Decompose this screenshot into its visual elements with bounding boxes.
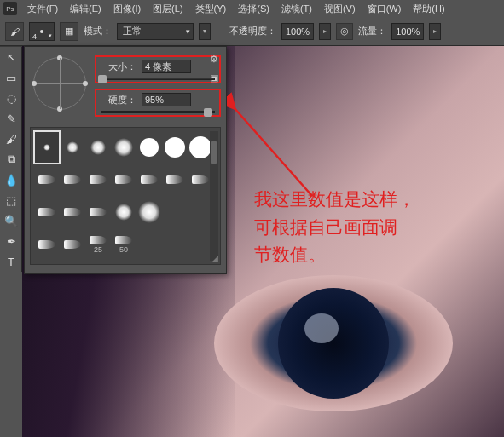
size-label: 大小： [101, 60, 136, 73]
tablet-opacity-icon[interactable]: ◎ [336, 23, 353, 40]
brush-preset-cell[interactable] [111, 164, 136, 196]
brush-size-num: 4 [32, 32, 37, 41]
menu-help[interactable]: 帮助(H) [408, 1, 449, 17]
brush-preset-cell[interactable] [60, 196, 85, 228]
size-slider[interactable] [101, 78, 215, 80]
brush-preset-cell[interactable] [162, 164, 188, 196]
annotation-line2: 可根据自己画面调 [254, 214, 450, 242]
brush-preset-cell[interactable] [136, 131, 162, 164]
tool-move[interactable]: ↖ [0, 47, 22, 67]
brush-preset-cell[interactable] [136, 196, 162, 228]
panel-flyout-icon[interactable]: ⚙ [207, 52, 221, 66]
brush-preset-cell[interactable] [162, 131, 188, 164]
brush-preset-cell[interactable] [85, 164, 111, 196]
hardness-highlight-box: 硬度： [95, 89, 221, 117]
brush-preset-cell[interactable] [136, 228, 162, 261]
annotation-line3: 节数值。 [254, 241, 450, 269]
opacity-field[interactable]: 100% [281, 23, 314, 40]
toolbox: ↖ ▭ ◌ ✎ 🖌 ⧉ 💧 ⬚ 🔍 ✒ T [0, 46, 22, 272]
brush-preset-cell[interactable] [85, 131, 111, 164]
brush-preset-grid: 2550 ◢ [30, 127, 221, 265]
tool-pencil[interactable]: ✎ [0, 108, 22, 129]
brush-preset-cell[interactable] [34, 131, 60, 164]
brush-panel-toggle-icon[interactable]: ▦ [60, 22, 78, 41]
brush-tool-icon[interactable]: 🖌 [5, 22, 24, 41]
blend-mode-dropdown[interactable]: 正常 [117, 23, 194, 40]
brush-preset-cell[interactable] [111, 196, 136, 228]
brush-preset-cell[interactable] [136, 164, 162, 196]
flow-label: 流量： [358, 25, 386, 37]
mode-dropdown-arrow[interactable]: ▾ [199, 23, 211, 40]
tool-marquee[interactable]: ▭ [0, 67, 22, 88]
menubar: Ps 文件(F) 编辑(E) 图像(I) 图层(L) 类型(Y) 选择(S) 滤… [0, 0, 504, 17]
brush-preset-cell[interactable] [60, 164, 85, 196]
menu-filter[interactable]: 滤镜(T) [276, 1, 317, 17]
hardness-label: 硬度： [101, 94, 136, 106]
tool-brush[interactable]: 🖌 [0, 129, 22, 149]
annotation-text: 我这里数值是这样， 可根据自己画面调 节数值。 [254, 186, 450, 269]
tool-bucket[interactable]: ⬚ [0, 190, 22, 210]
tool-pen[interactable]: ✒ [0, 231, 22, 251]
flow-dropdown-arrow[interactable]: ▸ [429, 23, 441, 40]
tool-eraser[interactable]: ⧉ [0, 149, 22, 170]
brush-preset-cell[interactable] [60, 131, 85, 164]
menu-file[interactable]: 文件(F) [22, 1, 63, 17]
brush-preset-picker[interactable]: 4 ▾ [29, 22, 55, 41]
brush-preset-cell[interactable] [34, 196, 60, 228]
menu-layer[interactable]: 图层(L) [148, 1, 188, 17]
tool-text[interactable]: T [0, 251, 22, 272]
annotation-line1: 我这里数值是这样， [254, 186, 450, 214]
image-eye [214, 275, 453, 411]
brush-preset-cell[interactable] [60, 228, 85, 261]
tool-blur[interactable]: 💧 [0, 170, 22, 190]
hardness-slider[interactable] [101, 111, 215, 113]
brush-preset-cell[interactable] [85, 196, 111, 228]
menu-window[interactable]: 窗口(W) [362, 1, 407, 17]
brush-preset-panel: ⚙ ▣ 大小： 硬度： [24, 46, 227, 274]
app-logo: Ps [3, 2, 17, 15]
flow-field[interactable]: 100% [391, 23, 424, 40]
menu-type[interactable]: 类型(Y) [190, 1, 232, 17]
tool-lasso[interactable]: ◌ [0, 88, 22, 108]
brush-preset-cell[interactable] [162, 196, 188, 228]
resize-handle-icon[interactable]: ◢ [212, 254, 218, 262]
brush-preset-cell[interactable]: 25 [85, 228, 111, 261]
hardness-input[interactable] [142, 93, 191, 106]
menu-image[interactable]: 图像(I) [108, 1, 146, 17]
brush-preset-cell[interactable] [34, 228, 60, 261]
options-bar: 🖌 4 ▾ ▦ 模式： 正常 ▾ 不透明度： 100% ▸ ◎ 流量： 100%… [0, 17, 504, 46]
preset-scrollbar[interactable] [210, 131, 218, 261]
brush-preset-cell[interactable] [34, 164, 60, 196]
brush-angle-widget[interactable] [33, 57, 86, 110]
brush-preset-cell[interactable]: 50 [111, 228, 136, 261]
menu-view[interactable]: 视图(V) [319, 1, 361, 17]
brush-preset-cell[interactable] [111, 131, 136, 164]
size-input[interactable] [142, 60, 191, 73]
brush-preset-cell[interactable] [162, 228, 188, 261]
opacity-dropdown-arrow[interactable]: ▸ [319, 23, 331, 40]
size-highlight-box: 大小： [95, 55, 221, 83]
menu-edit[interactable]: 编辑(E) [65, 1, 107, 17]
menu-select[interactable]: 选择(S) [233, 1, 275, 17]
opacity-label: 不透明度： [229, 25, 276, 37]
mode-label: 模式： [84, 25, 112, 37]
tool-zoom[interactable]: 🔍 [0, 210, 22, 231]
